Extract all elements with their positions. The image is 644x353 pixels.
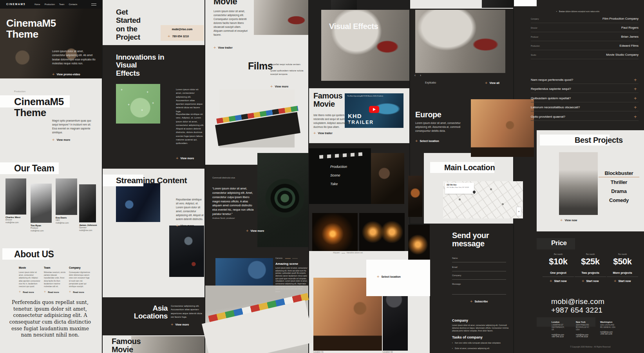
zoom-out-icon[interactable] — [518, 214, 520, 221]
gallery-view-all[interactable]: View all — [485, 81, 499, 85]
task-item: Dolor sit amet, consectetur adipisicing … — [452, 347, 511, 350]
nav-item-team[interactable]: Team — [59, 3, 64, 5]
plan-start-now[interactable]: Start now — [614, 279, 631, 283]
get-started-title: GetStartedon theProject — [116, 8, 141, 41]
hero-promo-link[interactable]: View promo-video — [52, 72, 80, 76]
next-arrow-icon[interactable] — [420, 74, 421, 77]
movie-title: Movie — [213, 0, 237, 6]
table-divider — [531, 59, 639, 59]
viewfinder-photo — [169, 226, 204, 277]
marker-icon — [121, 88, 123, 92]
team-photo-3 — [56, 178, 77, 215]
nav-item-home[interactable]: Home — [34, 3, 40, 5]
strip-highlight — [514, 0, 537, 6]
footer-email[interactable]: mobi@rise.com — [551, 297, 604, 306]
marker-icon — [128, 103, 130, 107]
production-view-more[interactable]: View more — [52, 138, 70, 142]
faq-question[interactable]: Laborum necessitatibus obcaecati? — [531, 106, 580, 109]
contact-email[interactable]: mobi@rise.com — [161, 28, 204, 31]
movie-view-trailer[interactable]: View trailer — [213, 45, 233, 50]
genre-drama[interactable]: Drama — [599, 188, 639, 194]
camera-text: Lorem ipsum dolor sit amet, consectetur … — [275, 267, 308, 293]
plus-icon — [485, 81, 487, 85]
table-value: Movie Studio Company — [531, 53, 639, 56]
select-location-link[interactable]: Select location — [377, 275, 401, 279]
faq-question[interactable]: Repellendus sapiente sequi? — [531, 87, 571, 91]
gallery-photo[interactable] — [415, 10, 505, 73]
map-pin-icon[interactable] — [459, 198, 461, 200]
message-field[interactable] — [452, 294, 506, 295]
faq-question[interactable]: Quibusdam quidem repellat? — [531, 96, 571, 100]
plan-amount: $25k — [575, 257, 606, 266]
plan-divider — [543, 277, 574, 277]
innovations-p2: Repudiandae similique sit vero. Adipisci… — [176, 113, 204, 146]
genre-thriller[interactable]: Thriller — [599, 179, 639, 185]
map-zoom-control[interactable] — [516, 207, 521, 216]
genre-comedy[interactable]: Comedy — [599, 197, 639, 203]
faq-question[interactable]: Nam neque perferendis quod? — [531, 78, 573, 82]
streaming-view-more[interactable]: View more — [176, 224, 194, 228]
footer-phone[interactable]: +987 654 3221 — [551, 306, 602, 315]
expand-icon[interactable] — [634, 96, 637, 101]
expand-icon[interactable] — [634, 77, 637, 82]
plus-icon — [246, 229, 248, 233]
quote-view-more[interactable]: View more — [246, 229, 264, 233]
prev-arrow-icon[interactable] — [414, 74, 416, 77]
faq-question[interactable]: Optio provident quaerat? — [531, 115, 565, 118]
films-view-more[interactable]: View more — [270, 84, 288, 89]
plus-icon — [560, 218, 563, 222]
email-field[interactable] — [452, 271, 506, 271]
projector-lights-photo — [359, 213, 405, 251]
bigben-photo-large — [471, 99, 534, 157]
hamburger-icon[interactable] — [91, 4, 96, 5]
best-projects-view-now[interactable]: View now — [560, 218, 577, 222]
plan-start-now[interactable]: Start now — [582, 279, 599, 283]
name-field[interactable] — [452, 262, 506, 262]
company-field[interactable] — [452, 279, 506, 280]
office-washington: Washington 1101 LOCHLANDRD GENEVA, USA m… — [600, 321, 624, 335]
about-read-more[interactable]: Read more — [44, 290, 59, 294]
asia-view-more[interactable]: View more — [171, 322, 189, 327]
innovations-p1: Lorem ipsum dolor sit amet, consectetur … — [176, 88, 204, 113]
team-member: Tim RyanProducermobi@rise.com — [31, 224, 53, 232]
plan-start-now[interactable]: Start now — [550, 279, 566, 283]
streaming-title: Streaming Content — [116, 176, 187, 185]
map-pin-icon[interactable] — [502, 203, 504, 205]
about-read-more[interactable]: Read more — [69, 290, 84, 294]
play-button-icon[interactable] — [369, 106, 379, 113]
about-read-more[interactable]: Read more — [19, 290, 34, 294]
europe-select-location[interactable]: Select location — [415, 139, 439, 143]
about-col-team: TeamMolestiae nesciunt, omnis pariatur p… — [44, 266, 66, 288]
genre-blockbuster[interactable]: Blockbuster — [599, 170, 639, 177]
nav-item-production[interactable]: Production — [45, 3, 55, 5]
strip-caption-a: Aliquam — [333, 252, 340, 254]
expand-icon[interactable] — [634, 105, 637, 110]
map-pin-icon[interactable] — [490, 188, 492, 190]
team-title: Our Team — [14, 164, 54, 173]
innovations-view-more[interactable]: View more — [176, 156, 194, 160]
plus-icon — [171, 322, 173, 327]
plus-icon — [415, 139, 418, 143]
nav-item-contacts[interactable]: Contacts — [69, 3, 77, 5]
message-title: Send yourmessage — [452, 231, 489, 248]
big-clapperboard-photo — [205, 286, 308, 353]
youtube-video-thumbnail[interactable]: The Best Upcoming ACTION Movies 2020 (Tr… — [345, 93, 403, 128]
plan-divider — [575, 277, 606, 277]
plus-icon — [52, 138, 54, 142]
glow-photo — [408, 225, 430, 261]
plus-icon — [313, 131, 316, 135]
tasks-title: Tasks of company — [452, 335, 483, 339]
expand-icon[interactable] — [634, 86, 637, 91]
expand-icon[interactable] — [634, 114, 637, 119]
contact-phone[interactable]: 789 654 3210 — [168, 34, 189, 38]
team-photo-2 — [31, 184, 52, 223]
films-t1: Repellat sequi soluta veniam. — [270, 63, 309, 66]
zoom-in-icon[interactable] — [518, 207, 520, 214]
famous-movie4-view-trailer[interactable]: View trailer — [313, 131, 333, 135]
plus-icon — [44, 290, 46, 294]
marker-icon — [147, 90, 148, 94]
plan-desc: Two projects — [575, 271, 606, 275]
map[interactable]: 332 5th Ave 332 5th Ave, New York, NY 10… — [443, 181, 523, 218]
location2-label: Location 02 — [383, 351, 393, 353]
subscribe-button[interactable]: Subscribe — [470, 299, 488, 304]
